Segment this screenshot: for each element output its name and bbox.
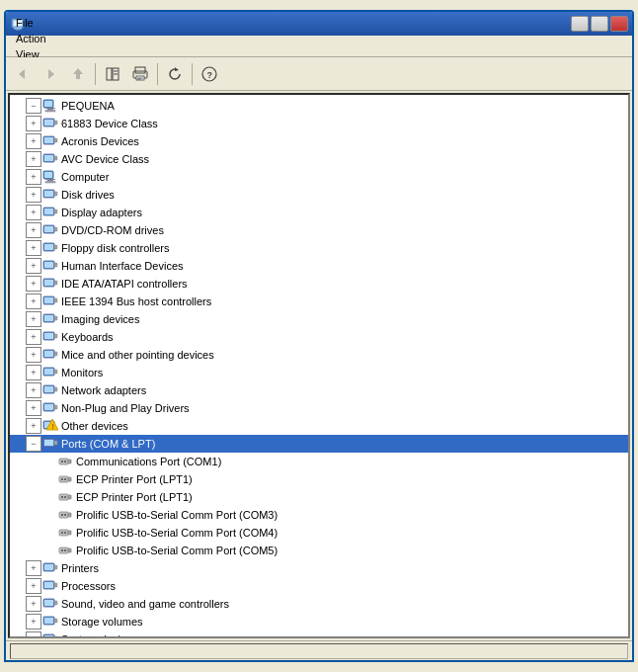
- svg-rect-119: [44, 618, 53, 624]
- separator-2: [157, 63, 158, 85]
- tree-item-mice[interactable]: + Mice and other pointing devices: [10, 346, 628, 364]
- expand-display[interactable]: +: [26, 205, 41, 220]
- title-bar: [6, 12, 632, 36]
- expand-nonplug[interactable]: +: [26, 400, 41, 416]
- tree-item-disk[interactable]: + Disk drives: [10, 186, 628, 204]
- expand-avc[interactable]: +: [26, 151, 41, 167]
- expand-hid[interactable]: +: [26, 258, 41, 274]
- expand-keyboards[interactable]: +: [26, 329, 41, 345]
- item-label-disk: Disk drives: [61, 189, 115, 201]
- item-label-keyboards: Keyboards: [61, 331, 114, 343]
- expand-processors[interactable]: +: [26, 578, 41, 594]
- svg-rect-101: [59, 530, 68, 536]
- svg-rect-105: [59, 547, 68, 553]
- tree-item-processors[interactable]: + Processors: [10, 577, 628, 595]
- tree-item-ports[interactable]: − Ports (COM & LPT): [10, 435, 628, 453]
- expand-imaging[interactable]: +: [26, 311, 41, 327]
- tree-item-com4[interactable]: Prolific USB-to-Serial Comm Port (COM4): [10, 524, 628, 542]
- item-label-acronis: Acronis Devices: [61, 135, 139, 147]
- tree-item-root[interactable]: − PEQUENA: [10, 97, 628, 115]
- tree-item-network[interactable]: + Network adapters: [10, 381, 628, 399]
- expand-61883[interactable]: +: [26, 116, 41, 131]
- separator-1: [95, 63, 96, 85]
- expand-network[interactable]: +: [26, 382, 41, 398]
- svg-rect-65: [54, 334, 57, 338]
- expand-printers[interactable]: +: [26, 560, 41, 576]
- device-manager-window: FileActionViewHelp: [4, 10, 634, 662]
- tree-item-ide[interactable]: + IDE ATA/ATAPI controllers: [10, 275, 628, 293]
- device-icon: [42, 222, 58, 238]
- device-icon: [42, 276, 58, 292]
- show-hide-button[interactable]: [100, 61, 125, 87]
- expand-floppy[interactable]: +: [26, 240, 41, 256]
- svg-rect-70: [44, 369, 53, 375]
- tree-item-com3[interactable]: Prolific USB-to-Serial Comm Port (COM3): [10, 506, 628, 524]
- expand-other[interactable]: +: [26, 418, 41, 434]
- tree-container[interactable]: − PEQUENA + 61883 Device Class + Acronis…: [8, 93, 630, 638]
- svg-rect-50: [54, 245, 57, 249]
- tree-item-lpt1b[interactable]: ECP Printer Port (LPT1): [10, 488, 628, 506]
- svg-rect-93: [59, 494, 68, 500]
- svg-rect-21: [44, 101, 52, 107]
- tree-item-keyboards[interactable]: + Keyboards: [10, 328, 628, 346]
- expand-monitors[interactable]: +: [26, 365, 41, 380]
- expand-ieee1394[interactable]: +: [26, 294, 41, 309]
- tree-item-display[interactable]: + Display adapters: [10, 204, 628, 221]
- computer-icon: [42, 169, 58, 185]
- svg-rect-43: [44, 209, 53, 214]
- forward-button[interactable]: [38, 61, 63, 87]
- expand-root[interactable]: −: [26, 98, 41, 114]
- tree-item-floppy[interactable]: + Floppy disk controllers: [10, 239, 628, 257]
- tree-item-sound[interactable]: + Sound, video and game controllers: [10, 595, 628, 613]
- svg-rect-91: [64, 478, 66, 480]
- tree-item-monitors[interactable]: + Monitors: [10, 364, 628, 381]
- tree-item-com1[interactable]: Communications Port (COM1): [10, 453, 628, 470]
- help-button[interactable]: ?: [197, 61, 222, 87]
- toolbar: ?: [6, 57, 632, 91]
- tree-item-ieee1394[interactable]: + IEEE 1394 Bus host controllers: [10, 293, 628, 310]
- tree-item-avc[interactable]: + AVC Device Class: [10, 150, 628, 168]
- tree-item-imaging[interactable]: + Imaging devices: [10, 310, 628, 328]
- tree-item-computer[interactable]: + Computer: [10, 168, 628, 186]
- svg-rect-52: [44, 262, 53, 268]
- tree-item-printers[interactable]: + Printers: [10, 559, 628, 577]
- item-label-com5: Prolific USB-to-Serial Comm Port (COM5): [76, 545, 278, 556]
- tree-item-lpt1a[interactable]: ECP Printer Port (LPT1): [10, 470, 628, 488]
- tree-item-other[interactable]: + ! Other devices: [10, 417, 628, 435]
- device-icon: [42, 258, 58, 274]
- tree-item-dvd[interactable]: + DVD/CD-ROM drives: [10, 221, 628, 239]
- item-label-com1: Communications Port (COM1): [76, 456, 221, 467]
- tree-item-nonplug[interactable]: + Non-Plug and Play Drivers: [10, 399, 628, 417]
- tree-item-com5[interactable]: Prolific USB-to-Serial Comm Port (COM5): [10, 542, 628, 559]
- maximize-button[interactable]: [591, 16, 608, 32]
- tree-item-system[interactable]: + System devices: [10, 630, 628, 638]
- expand-system[interactable]: +: [26, 631, 41, 638]
- expand-storage[interactable]: +: [26, 614, 41, 630]
- tree-item-acronis[interactable]: + Acronis Devices: [10, 132, 628, 150]
- expand-computer[interactable]: +: [26, 169, 41, 185]
- expand-mice[interactable]: +: [26, 347, 41, 363]
- computer-icon: [42, 98, 58, 114]
- tree-item-hid[interactable]: + Human Interface Devices: [10, 257, 628, 275]
- expand-ports[interactable]: −: [26, 436, 41, 452]
- svg-rect-116: [44, 600, 53, 606]
- svg-rect-27: [54, 121, 57, 125]
- expand-sound[interactable]: +: [26, 596, 41, 612]
- close-button[interactable]: [610, 16, 628, 32]
- refresh-button[interactable]: [162, 61, 188, 87]
- menu-item-file[interactable]: File: [8, 15, 54, 31]
- expand-disk[interactable]: +: [26, 187, 41, 203]
- tree-item-storage[interactable]: + Storage volumes: [10, 613, 628, 630]
- back-button[interactable]: [10, 61, 36, 87]
- expand-acronis[interactable]: +: [26, 133, 41, 149]
- expand-dvd[interactable]: +: [26, 222, 41, 238]
- expand-ide[interactable]: +: [26, 276, 41, 292]
- tree-item-61883[interactable]: + 61883 Device Class: [10, 115, 628, 132]
- minimize-button[interactable]: [571, 16, 589, 32]
- svg-marker-17: [175, 67, 179, 71]
- svg-rect-99: [64, 514, 66, 516]
- up-button[interactable]: [65, 61, 91, 87]
- print-button[interactable]: [127, 61, 153, 87]
- svg-text:!: !: [52, 423, 54, 430]
- menu-item-action[interactable]: Action: [8, 31, 54, 46]
